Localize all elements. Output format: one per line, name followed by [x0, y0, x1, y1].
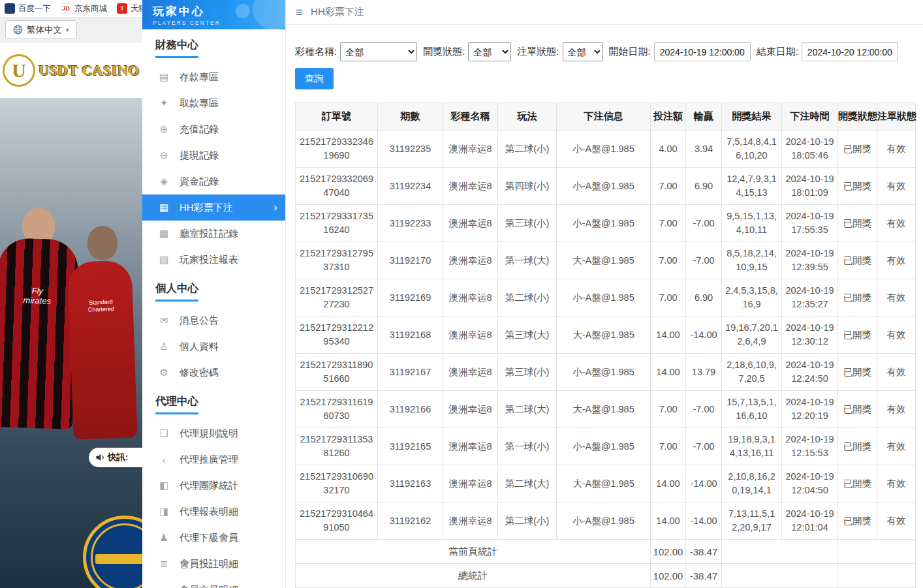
sidebar-title: 玩家中心	[153, 4, 285, 19]
table-cell: 有效	[877, 131, 916, 168]
column-header: 注單狀態	[877, 103, 916, 131]
table-cell: 2152172931221295340	[296, 317, 378, 354]
sidebar-item-label: 代理報表明細	[180, 506, 238, 518]
sidebar-item-withdrawal-record[interactable]: ⊖提現記錄	[142, 142, 285, 168]
sidebar-item-password[interactable]: ⚙修改密碼	[142, 360, 285, 386]
table-cell: 2,10,8,16,20,19,14,1	[722, 465, 782, 503]
table-cell: 已開獎	[838, 168, 877, 205]
table-cell: 13.79	[686, 354, 722, 391]
sidebar-section-header: 財務中心	[142, 29, 285, 64]
table-cell: 有效	[877, 503, 916, 540]
sidebar-item-label: 玩家投注報表	[180, 254, 238, 266]
bookmark-item[interactable]: T天猫	[117, 3, 142, 14]
bookmark-label: 京东商城	[74, 3, 107, 14]
casino-logo[interactable]: U USDT CASINO	[0, 42, 142, 98]
totals-empty	[838, 540, 916, 564]
table-cell: 小-A盤@1.985	[557, 131, 651, 168]
table-cell: 7.00	[651, 279, 686, 317]
left-panel: 百度一下JD京东商城T天猫 繁体中文 ▾ U USDT CASINO Fly m…	[0, 0, 142, 588]
totals-label: 總統計	[296, 564, 651, 588]
column-header: 輸贏	[686, 103, 722, 131]
column-header: 下注時間	[782, 103, 838, 131]
filter-bar: 彩種名稱:全部開獎狀態:全部注單狀態:全部開始日期:結束日期:	[286, 25, 923, 61]
sidebar-item-agent-report[interactable]: ◨代理報表明細	[142, 499, 285, 525]
table-cell: 澳洲幸运8	[443, 317, 498, 354]
totals-empty	[722, 564, 838, 588]
table-cell: 2024-10-19 12:04:50	[782, 465, 838, 503]
table-cell: 已開獎	[838, 279, 877, 317]
sidebar-item-withdraw[interactable]: ✦取款專區	[142, 90, 285, 116]
table-cell: 6.90	[686, 168, 722, 205]
sidebar-item-player-report[interactable]: ▧玩家投注報表	[142, 247, 285, 273]
table-cell: 2152172931161960730	[296, 391, 378, 428]
query-button[interactable]: 查詢	[295, 68, 334, 89]
sidebar-item-deposit[interactable]: ▤存款專區	[142, 64, 285, 90]
sidebar-item-lottery-bet[interactable]: ▦HH彩票下注›	[142, 194, 285, 221]
table-cell: 已開獎	[838, 391, 877, 428]
sidebar-item-member-bets[interactable]: ≣會員投註明細	[142, 551, 285, 577]
sidebar-item-label: 修改密碼	[180, 367, 219, 379]
sidebar-item-agent-members[interactable]: ♟代理下級會員	[142, 525, 285, 551]
sidebar-item-label: HH彩票下注	[180, 202, 233, 214]
draw-status-select[interactable]: 全部	[468, 42, 511, 61]
draw-status-select-label: 開獎狀態:	[423, 46, 465, 58]
table-cell: 2024-10-19 18:05:46	[782, 131, 838, 168]
column-header: 玩法	[498, 103, 557, 131]
sidebar-item-agent-team-stats[interactable]: ◧代理團隊統計	[142, 472, 285, 499]
sidebar-item-agent-rules[interactable]: ❏代理規則說明	[142, 420, 285, 446]
end-date-input[interactable]	[802, 42, 898, 61]
sidebar-item-label: 代理團隊統計	[180, 480, 238, 492]
totals-bet-amount: 102.00	[651, 564, 686, 588]
sidebar: 玩家中心 PLAYERS CENTER 財務中心▤存款專區✦取款專區⊕充值記錄⊖…	[142, 0, 286, 588]
table-row: 215217293122129534031192168澳洲幸运8第三球(大)大-…	[296, 317, 916, 354]
menu-toggle-icon[interactable]: ≡	[296, 5, 303, 20]
sidebar-item-announcement[interactable]: ✉消息公告	[142, 307, 285, 333]
table-cell: 第三球(小)	[498, 205, 557, 242]
sidebar-item-room-bet-record[interactable]: ▩廳室投註記錄	[142, 221, 285, 247]
table-cell: -7.00	[686, 428, 722, 465]
table-cell: 有效	[877, 465, 916, 503]
sidebar-item-member-transactions[interactable]: ≡會員交易明細	[142, 577, 285, 588]
table-cell: 大-A盤@1.985	[557, 317, 651, 354]
table-cell: 2024-10-19 12:30:12	[782, 317, 838, 354]
table-cell: 已開獎	[838, 242, 877, 279]
sidebar-item-label: 取款專區	[180, 97, 219, 110]
jersey-text: Chartered	[69, 305, 133, 314]
lottery-select[interactable]: 全部	[340, 42, 417, 61]
player-jersey-red: Standard Chartered	[67, 260, 137, 439]
order-status-select[interactable]: 全部	[563, 42, 603, 61]
table-cell: 6.90	[686, 279, 722, 317]
sidebar-item-recharge-record[interactable]: ⊕充值記錄	[142, 116, 285, 142]
table-cell: 31192166	[378, 391, 443, 428]
start-date-input[interactable]	[654, 42, 751, 61]
agent-report-icon: ◨	[158, 506, 170, 518]
filter-group: 開獎狀態:全部	[423, 42, 511, 61]
table-cell: 澳洲幸运8	[443, 168, 498, 205]
table-cell: 已開獎	[838, 503, 877, 540]
sidebar-item-funds-record[interactable]: ◈資金記錄	[142, 168, 285, 194]
table-cell: 31192235	[378, 131, 443, 168]
promo-photo: Fly mirates Standard Chartered 快訊:	[0, 98, 142, 588]
table-header-row: 訂單號期數彩種名稱玩法下注信息投注額輸贏開獎結果下注時間開獎狀態注單狀態	[296, 103, 916, 131]
table-cell: 2,4,5,3,15,8,16,9	[722, 279, 782, 317]
sidebar-item-profile[interactable]: ♙個人資料	[142, 333, 285, 360]
member-transactions-icon: ≡	[158, 585, 170, 588]
table-cell: 有效	[877, 279, 916, 317]
language-selector[interactable]: 繁体中文 ▾	[5, 20, 77, 39]
speaker-icon	[95, 453, 105, 462]
totals-winloss: -38.47	[686, 564, 722, 588]
news-ticker[interactable]: 快訊:	[89, 448, 142, 467]
bookmark-item[interactable]: 百度一下	[5, 3, 51, 14]
sidebar-item-agent-promo[interactable]: ‹代理推廣管理	[142, 446, 285, 472]
table-cell: 第二球(大)	[498, 465, 557, 503]
table-row: 215217293320694704031192234澳洲幸运8第四球(小)小-…	[296, 168, 916, 205]
totals-empty	[838, 564, 916, 588]
table-cell: 7.00	[651, 168, 686, 205]
sidebar-section-header: 代理中心	[142, 386, 285, 420]
table-cell: 2024-10-19 12:35:27	[782, 279, 838, 317]
browser-bookmarks-bar: 百度一下JD京东商城T天猫	[0, 0, 142, 18]
bookmark-item[interactable]: JD京东商城	[61, 3, 107, 14]
table-cell: 小-A盤@1.985	[557, 503, 651, 540]
table-cell: 31192165	[378, 428, 443, 465]
filter-group: 開始日期:	[609, 42, 751, 61]
